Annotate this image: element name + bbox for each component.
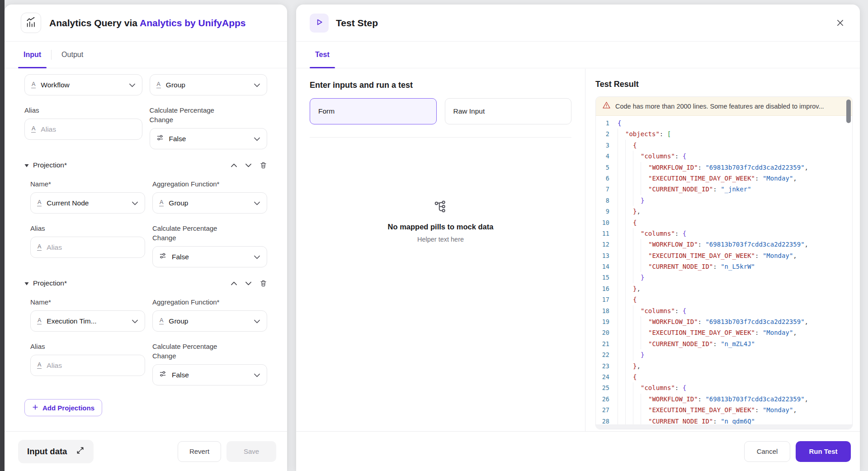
alias-label: Alias xyxy=(30,224,145,233)
code-line: 17{ xyxy=(596,294,852,305)
chevron-down-icon xyxy=(254,371,260,379)
aggregation-select[interactable]: A Group xyxy=(152,192,267,214)
vertical-scrollbar-thumb[interactable] xyxy=(846,100,851,123)
line-number: 25 xyxy=(596,382,618,393)
analytics-chart-icon xyxy=(25,16,37,30)
calc-pct-select[interactable]: False xyxy=(152,364,267,385)
line-number: 14 xyxy=(596,261,618,272)
aggregation-select[interactable]: A Group xyxy=(152,310,267,332)
move-down-icon[interactable] xyxy=(245,281,252,285)
group-select[interactable]: A Group xyxy=(150,74,268,95)
code-lines: 1{2"objects": [3{4"columns": {5"WORKFLOW… xyxy=(596,118,852,424)
trash-icon[interactable] xyxy=(259,279,267,287)
analytics-app-icon-box xyxy=(21,13,41,33)
field-type-icon: A xyxy=(31,126,36,133)
name-label: Name* xyxy=(30,297,145,307)
line-number: 1 xyxy=(596,118,618,128)
aggregation-field-group: Aggregation Function* A Group xyxy=(152,169,267,214)
workflow-select[interactable]: A Workflow xyxy=(24,74,142,95)
line-number: 11 xyxy=(596,228,618,239)
input-data-button[interactable]: Input data xyxy=(18,440,94,463)
close-icon[interactable] xyxy=(832,15,848,31)
analytics-query-header: Analytics Query via Analytics by UnifyAp… xyxy=(5,5,287,42)
collapse-caret-icon[interactable] xyxy=(24,279,29,287)
move-up-icon[interactable] xyxy=(231,281,237,285)
code-line: 7"CURRENT_NODE_ID": "_jnker" xyxy=(596,184,852,195)
add-projections-label: Add Projections xyxy=(42,404,94,412)
alias-label: Alias xyxy=(30,342,145,351)
field-type-icon: A xyxy=(37,318,42,324)
alias-input[interactable] xyxy=(47,243,138,252)
sliders-icon xyxy=(159,370,167,380)
line-number: 12 xyxy=(596,239,618,250)
chevron-down-icon xyxy=(129,81,136,89)
projection-name-select[interactable]: A Current Node xyxy=(30,192,145,214)
move-down-icon[interactable] xyxy=(245,163,252,167)
cancel-button[interactable]: Cancel xyxy=(744,441,790,462)
empty-state-title: No mapped pills to mock data xyxy=(388,223,494,231)
aggregation-value: Group xyxy=(169,199,188,207)
code-line: 5"WORKFLOW_ID": "69813b703f7cdd3ca2d2235… xyxy=(596,162,852,173)
expand-icon[interactable] xyxy=(76,446,85,457)
warning-text: Code has more than 2000 lines. Some feat… xyxy=(615,103,824,110)
calc-pct-select[interactable]: False xyxy=(152,246,267,267)
code-line: 20"EXECUTION_TIME_DAY_OF_WEEK": "Monday"… xyxy=(596,327,852,338)
field-type-icon: A xyxy=(156,81,161,88)
projection-actions xyxy=(231,161,267,169)
alias-input-box: A xyxy=(24,119,142,140)
code-line: 13"EXECUTION_TIME_DAY_OF_WEEK": "Monday"… xyxy=(596,250,852,261)
calc-pct-field-group: Calculate Percentage Change False xyxy=(152,214,267,267)
workflow-select-value: Workflow xyxy=(41,81,69,89)
name-field-group: Name* A Execution Tim... xyxy=(30,287,145,332)
code-line: 10{ xyxy=(596,217,852,228)
code-line: 26"WORKFLOW_ID": "69813b703f7cdd3ca2d223… xyxy=(596,394,852,404)
trash-icon[interactable] xyxy=(259,161,267,169)
inputs-divider xyxy=(310,137,571,138)
form-mode-button[interactable]: Form xyxy=(310,98,437,124)
left-tabbar: Input Output xyxy=(5,42,287,68)
page-title-app-link[interactable]: Analytics by UnifyApps xyxy=(140,18,246,28)
code-line: 28"CURRENT_NODE_ID": "n_qdm6Q" xyxy=(596,416,852,424)
input-mode-toggle: Form Raw Input xyxy=(310,98,571,124)
warning-triangle-icon xyxy=(602,101,611,111)
alias-input[interactable] xyxy=(47,362,138,370)
tab-test[interactable]: Test xyxy=(310,42,335,68)
run-test-button[interactable]: Run Test xyxy=(796,441,851,462)
calc-pct-value: False xyxy=(169,135,186,143)
aggregation-label: Aggregation Function* xyxy=(152,179,267,189)
line-number: 28 xyxy=(596,416,618,424)
tab-output[interactable]: Output xyxy=(56,42,89,68)
collapse-caret-icon[interactable] xyxy=(24,161,29,169)
horizontal-scrollbar-track[interactable] xyxy=(596,424,852,429)
code-line: 6"EXECUTION_TIME_DAY_OF_WEEK": "Monday", xyxy=(596,173,852,184)
tab-input[interactable]: Input xyxy=(18,42,47,68)
code-line: 22} xyxy=(596,349,852,360)
line-number: 19 xyxy=(596,316,618,327)
left-panel-footer: Input data Revert Save xyxy=(5,431,287,471)
code-line: 18"columns": { xyxy=(596,305,852,316)
chevron-down-icon xyxy=(132,199,138,207)
revert-button[interactable]: Revert xyxy=(178,441,221,462)
code-line: 25"columns": { xyxy=(596,382,852,393)
raw-input-mode-button[interactable]: Raw Input xyxy=(445,98,572,124)
chevron-down-icon xyxy=(254,199,260,207)
analytics-query-panel: Analytics Query via Analytics by UnifyAp… xyxy=(5,5,287,471)
test-tabbar: Test xyxy=(296,42,860,68)
alias-input[interactable] xyxy=(41,125,135,133)
line-number: 16 xyxy=(596,283,618,294)
code-line: 3{ xyxy=(596,140,852,151)
projection-name-select[interactable]: A Execution Tim... xyxy=(30,310,145,332)
aggregation-field-group: Aggregation Function* A Group xyxy=(152,287,267,332)
alias-input-box: A xyxy=(30,237,145,258)
move-up-icon[interactable] xyxy=(231,163,237,167)
code-editor[interactable]: 1{2"objects": [3{4"columns": {5"WORKFLOW… xyxy=(596,116,852,424)
projection-name-value: Execution Tim... xyxy=(47,317,96,325)
chevron-down-icon xyxy=(254,253,260,261)
line-number: 15 xyxy=(596,272,618,283)
code-line: 14"CURRENT_NODE_ID": "n_L5krW" xyxy=(596,261,852,272)
line-number: 24 xyxy=(596,371,618,382)
code-line: 8} xyxy=(596,195,852,206)
save-button[interactable]: Save xyxy=(226,441,276,462)
add-projections-button[interactable]: Add Projections xyxy=(24,399,102,416)
calc-pct-select[interactable]: False xyxy=(150,128,268,149)
